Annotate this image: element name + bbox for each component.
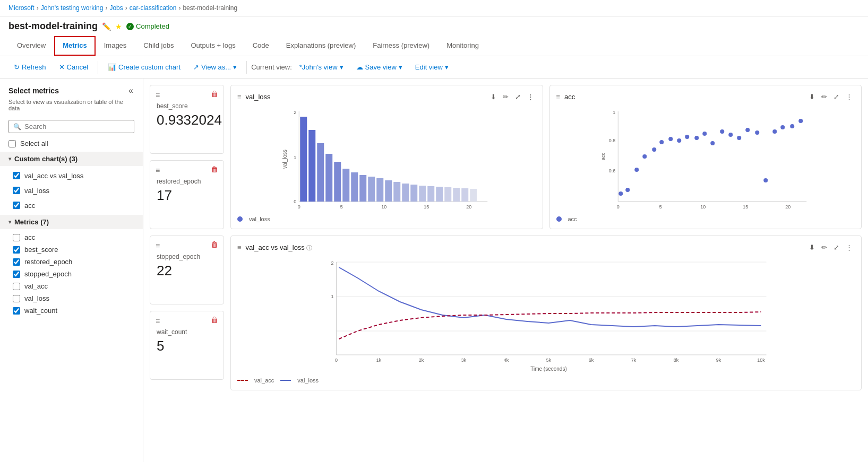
download-chart-button[interactable]: ⬇ bbox=[488, 92, 499, 102]
list-item[interactable]: val_loss bbox=[0, 292, 143, 304]
delete-card-button[interactable]: 🗑 bbox=[211, 240, 218, 249]
stopped-epoch-value: 22 bbox=[157, 263, 217, 279]
edit-chart-button[interactable]: ✏ bbox=[501, 92, 511, 102]
list-item[interactable]: acc bbox=[0, 231, 143, 243]
stopped-epoch-checkbox[interactable] bbox=[13, 271, 20, 278]
breadcrumb-jobs[interactable]: Jobs bbox=[109, 4, 123, 12]
more-chart-button[interactable]: ⋮ bbox=[844, 92, 855, 102]
svg-text:1: 1 bbox=[331, 294, 333, 299]
breadcrumb-microsoft[interactable]: Microsoft bbox=[8, 4, 35, 12]
list-item[interactable]: best_score bbox=[0, 243, 143, 256]
delete-card-button[interactable]: 🗑 bbox=[211, 316, 218, 324]
svg-point-48 bbox=[702, 132, 707, 136]
acc-checkbox[interactable] bbox=[13, 202, 20, 209]
tab-monitoring[interactable]: Monitoring bbox=[438, 36, 487, 56]
svg-point-59 bbox=[798, 119, 803, 123]
tab-outputs-logs[interactable]: Outputs + logs bbox=[182, 36, 244, 56]
chart-actions: ⬇ ✏ ⤢ ⋮ bbox=[488, 92, 536, 102]
acc-chart-card: ≡ acc ⬇ ✏ ⤢ ⋮ bbox=[549, 85, 862, 229]
drag-handle-icon[interactable]: ≡ bbox=[156, 241, 160, 250]
download-chart-button[interactable]: ⬇ bbox=[807, 242, 817, 252]
drag-icon[interactable]: ≡ bbox=[237, 243, 242, 251]
tab-explanations[interactable]: Explanations (preview) bbox=[278, 36, 365, 56]
create-chart-button[interactable]: 📊 Create custom chart bbox=[102, 60, 186, 74]
best-score-label: best_score bbox=[157, 102, 217, 110]
list-item[interactable]: wait_count bbox=[0, 304, 143, 317]
more-chart-button[interactable]: ⋮ bbox=[525, 92, 536, 102]
wait-count-label: wait_count bbox=[157, 328, 217, 336]
drag-handle-icon[interactable]: ≡ bbox=[156, 91, 160, 99]
drag-handle-icon[interactable]: ≡ bbox=[156, 166, 160, 175]
restored-epoch-card: ≡ 🗑 restored_epoch 17 bbox=[150, 160, 224, 229]
expand-chart-button[interactable]: ⤢ bbox=[831, 92, 841, 102]
sidebar-collapse-button[interactable]: « bbox=[127, 85, 134, 97]
svg-text:0: 0 bbox=[294, 199, 296, 204]
breadcrumb-car-classification[interactable]: car-classification bbox=[130, 4, 177, 12]
expand-chart-button[interactable]: ⤢ bbox=[513, 92, 523, 102]
edit-icon[interactable]: ✏️ bbox=[102, 22, 111, 31]
list-item[interactable]: acc ··· bbox=[0, 198, 143, 213]
svg-point-52 bbox=[737, 136, 741, 140]
svg-text:9k: 9k bbox=[716, 358, 721, 363]
search-input[interactable] bbox=[24, 123, 130, 130]
wait-count-checkbox[interactable] bbox=[13, 307, 20, 315]
restored-epoch-checkbox[interactable] bbox=[13, 258, 20, 266]
y-axis-label: val_loss bbox=[282, 150, 288, 169]
svg-text:20: 20 bbox=[466, 204, 471, 210]
svg-text:2: 2 bbox=[331, 260, 333, 266]
drag-icon[interactable]: ≡ bbox=[556, 93, 561, 101]
help-icon[interactable]: ⓘ bbox=[306, 245, 312, 251]
custom-charts-group: ▾ Custom chart(s) (3) val_acc vs val_los… bbox=[0, 152, 143, 215]
delete-card-button[interactable]: 🗑 bbox=[211, 90, 218, 98]
svg-point-38 bbox=[618, 191, 623, 196]
tab-fairness[interactable]: Fairness (preview) bbox=[364, 36, 438, 56]
val-acc-vs-val-loss-checkbox[interactable] bbox=[13, 172, 20, 179]
chart-icon: 📊 bbox=[108, 63, 116, 71]
metrics-group-header[interactable]: ▾ Metrics (7) bbox=[0, 215, 143, 229]
more-chart-button[interactable]: ⋮ bbox=[844, 242, 855, 252]
stopped-epoch-label: stopped_epoch bbox=[157, 253, 217, 260]
drag-handle-icon[interactable]: ≡ bbox=[156, 317, 160, 325]
list-item[interactable]: val_acc bbox=[0, 280, 143, 292]
expand-chart-button[interactable]: ⤢ bbox=[831, 242, 841, 252]
download-chart-button[interactable]: ⬇ bbox=[807, 92, 817, 102]
acc-metric-checkbox[interactable] bbox=[13, 234, 20, 241]
best-score-checkbox[interactable] bbox=[13, 246, 20, 254]
view-name-button[interactable]: *John's view ▾ bbox=[294, 60, 349, 74]
select-all-checkbox[interactable] bbox=[8, 140, 16, 147]
breadcrumb-workspace[interactable]: John's testing working bbox=[41, 4, 104, 12]
edit-view-button[interactable]: Edit view ▾ bbox=[410, 60, 454, 74]
val-acc-metric-checkbox[interactable] bbox=[13, 283, 20, 290]
chevron-down-icon: ▾ bbox=[8, 156, 11, 162]
val-loss-legend-line bbox=[280, 380, 291, 381]
drag-icon[interactable]: ≡ bbox=[237, 93, 242, 101]
refresh-label: Refresh bbox=[22, 63, 46, 71]
top-charts-row: ≡ val_loss ⬇ ✏ ⤢ ⋮ val_loss bbox=[230, 85, 862, 229]
best-score-card: ≡ 🗑 best_score 0.9332024 bbox=[150, 85, 224, 154]
svg-point-43 bbox=[659, 140, 664, 144]
list-item[interactable]: val_acc vs val_loss ··· bbox=[0, 168, 143, 183]
tab-code[interactable]: Code bbox=[244, 36, 278, 56]
val-loss-checkbox[interactable] bbox=[13, 187, 20, 194]
svg-text:8k: 8k bbox=[674, 358, 679, 363]
list-item[interactable]: val_loss ··· bbox=[0, 183, 143, 198]
save-view-button[interactable]: ☁ Save view ▾ bbox=[351, 60, 408, 74]
star-icon[interactable]: ★ bbox=[115, 22, 122, 31]
custom-charts-header[interactable]: ▾ Custom chart(s) (3) bbox=[0, 152, 143, 166]
view-as-button[interactable]: ↗ View as... ▾ bbox=[188, 60, 242, 74]
svg-rect-10 bbox=[342, 169, 349, 202]
tab-child-jobs[interactable]: Child jobs bbox=[135, 36, 182, 56]
delete-card-button[interactable]: 🗑 bbox=[211, 165, 218, 173]
edit-chart-button[interactable]: ✏ bbox=[819, 92, 829, 102]
refresh-button[interactable]: ↻ Refresh bbox=[8, 60, 51, 74]
svg-rect-11 bbox=[351, 172, 358, 202]
cancel-button[interactable]: ✕ Cancel bbox=[54, 60, 93, 74]
list-item[interactable]: restored_epoch bbox=[0, 256, 143, 268]
tab-images[interactable]: Images bbox=[96, 36, 135, 56]
tab-metrics[interactable]: Metrics bbox=[54, 36, 96, 56]
list-item[interactable]: stopped_epoch bbox=[0, 268, 143, 280]
val-loss-metric-checkbox[interactable] bbox=[13, 295, 20, 302]
tab-overview[interactable]: Overview bbox=[8, 36, 54, 56]
select-all-label: Select all bbox=[20, 140, 48, 147]
edit-chart-button[interactable]: ✏ bbox=[819, 242, 829, 252]
